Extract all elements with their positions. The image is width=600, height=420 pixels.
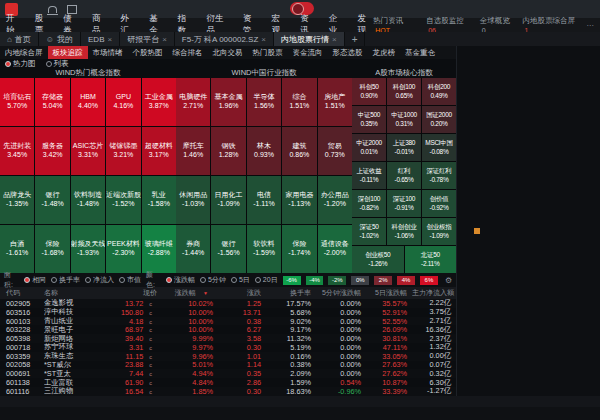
subnav-item-0[interactable]: 内地综合屏 — [0, 46, 48, 59]
heatmap-tile[interactable]: 上证380-0.01% — [387, 134, 421, 161]
heatmap-tile[interactable]: 北证50-2.11% — [405, 246, 457, 273]
heatmap-tile[interactable]: 创业板指-1.09% — [422, 218, 456, 245]
tab-4[interactable]: F5-万 科A 000002.SZ× — [175, 32, 274, 46]
heatmap-tile[interactable]: 锗镓锑墨3.21% — [106, 127, 140, 175]
col-header-8[interactable]: 主力净流入额 — [412, 288, 456, 298]
heatmap-tile[interactable]: 创价值-0.92% — [422, 190, 456, 217]
heatmap-tile[interactable]: 电脑硬件2.71% — [176, 78, 210, 126]
heatmap-tile[interactable]: 创业板50-1.26% — [352, 246, 404, 273]
radio-option-1-1[interactable]: 5分钟 — [200, 275, 226, 285]
heatmap-tile[interactable]: HBM4.40% — [71, 78, 105, 126]
heatmap-tile[interactable]: 深创100-0.82% — [352, 190, 386, 217]
subnav-item-6[interactable]: 热门股票 — [248, 46, 288, 59]
heatmap-tile[interactable]: MSCI中国-0.08% — [422, 134, 456, 161]
heatmap-tile[interactable]: 休闲用品-1.03% — [176, 176, 210, 224]
heatmap-tile[interactable]: 银行-1.56% — [211, 225, 245, 273]
heatmap-tile[interactable]: GPU4.16% — [106, 78, 140, 126]
subnav-item-5[interactable]: 北向交易 — [208, 46, 248, 59]
heatmap-tile[interactable]: 科创500.90% — [352, 78, 386, 105]
heatmap-tile[interactable]: 半导体1.56% — [247, 78, 281, 126]
subnav-item-2[interactable]: 市场情绪 — [88, 46, 128, 59]
subnav-item-1[interactable]: 板块追踪 — [48, 46, 88, 59]
heatmap-tile[interactable]: 深证红利-0.78% — [422, 162, 456, 189]
col-header-5[interactable]: 换手率 — [266, 288, 316, 298]
chevron-down-icon[interactable] — [588, 32, 600, 46]
col-header-2[interactable]: 现价 — [110, 288, 162, 298]
close-icon[interactable]: × — [107, 35, 112, 44]
heatmap-tile[interactable]: 科创1000.65% — [387, 78, 421, 105]
tab-3[interactable]: 研报平台× — [120, 32, 175, 46]
heatmap-tile[interactable]: 服务器3.42% — [35, 127, 69, 175]
heatmap-tile[interactable]: 科创2000.49% — [422, 78, 456, 105]
heatmap-tile[interactable]: 工业金属3.87% — [142, 78, 176, 126]
heatmap-tile[interactable]: 中证10000.31% — [387, 106, 421, 133]
tab-1[interactable]: ☺我的 — [39, 32, 81, 46]
heatmap-tile[interactable]: PEEK材料-2.30% — [106, 225, 140, 273]
subnav-item-8[interactable]: 形态选股 — [328, 46, 368, 59]
heatmap-tile[interactable]: 券商-1.44% — [176, 225, 210, 273]
radio-option-1-2[interactable]: 5日 — [231, 275, 250, 285]
heatmap-tile[interactable]: 上证收益-0.11% — [352, 162, 386, 189]
heatmap-tile[interactable]: 中证20000.01% — [352, 134, 386, 161]
close-icon[interactable]: × — [332, 35, 337, 44]
heatmap-tile[interactable]: 建筑0.86% — [282, 127, 316, 175]
radio-option-0-1[interactable]: 换手率 — [51, 275, 80, 285]
heatmap-tile[interactable]: 摩托车1.46% — [176, 127, 210, 175]
tab-5[interactable]: 内地股票行情× — [274, 32, 345, 46]
radio-option-0-3[interactable]: 市值 — [119, 275, 141, 285]
heatmap-tile[interactable]: 房地产1.51% — [318, 78, 352, 126]
heatmap-tile[interactable]: 乳业-1.58% — [142, 176, 176, 224]
heatmap-tile[interactable]: 玻璃纤维-2.88% — [142, 225, 176, 273]
col-header-0[interactable]: 代码 — [0, 288, 44, 298]
col-header-1[interactable]: 名称 — [44, 288, 110, 298]
heatmap-tile[interactable]: 保险-1.74% — [282, 225, 316, 273]
subnav-item-10[interactable]: 基金重仓 — [400, 46, 440, 59]
heatmap-tile[interactable]: 基本金属1.96% — [211, 78, 245, 126]
heatmap-tile[interactable]: 深证100-0.91% — [387, 190, 421, 217]
bell-icon[interactable] — [48, 6, 57, 13]
heatmap-tile[interactable]: 近端次新股-1.52% — [106, 176, 140, 224]
heatmap-tile[interactable]: 品牌龙头-1.35% — [0, 176, 34, 224]
lock-icon[interactable] — [474, 228, 480, 234]
heatmap-tile[interactable]: 日用化工-1.09% — [211, 176, 245, 224]
table-row[interactable]: 601116三江购物16.54c1.85%0.3018.63%-0.96%33.… — [0, 387, 456, 396]
subnav-item-3[interactable]: 个股热图 — [128, 46, 168, 59]
gear-icon[interactable]: ⚙ — [445, 276, 452, 285]
subnav-item-7[interactable]: 资金流向 — [288, 46, 328, 59]
heatmap-tile[interactable]: 中证5000.35% — [352, 106, 386, 133]
col-header-6[interactable]: 5分钟涨跌幅 — [316, 288, 366, 298]
subnav-item-4[interactable]: 综合排名 — [168, 46, 208, 59]
quick-link-4[interactable]: ··· — [587, 21, 595, 30]
close-icon[interactable]: × — [261, 35, 266, 44]
heatmap-tile[interactable]: 射频及天线-1.93% — [71, 225, 105, 273]
view-toggle-option-0[interactable]: 热力图 — [5, 59, 36, 69]
heatmap-tile[interactable]: 综合1.51% — [282, 78, 316, 126]
radio-option-0-2[interactable]: 净流入 — [85, 275, 114, 285]
heatmap-tile[interactable]: 国证20000.20% — [422, 106, 456, 133]
heatmap-tile[interactable]: 软饮料-1.59% — [247, 225, 281, 273]
heatmap-tile[interactable]: 科创创业-1.06% — [387, 218, 421, 245]
view-toggle-option-1[interactable]: 列表 — [46, 59, 69, 69]
radio-option-0-0[interactable]: 相同 — [24, 275, 46, 285]
heatmap-tile[interactable]: 饮料制造-1.48% — [71, 176, 105, 224]
heatmap-tile[interactable]: 深证50-1.02% — [352, 218, 386, 245]
heatmap-tile[interactable]: 先进封装3.45% — [0, 127, 34, 175]
col-header-4[interactable]: 涨跌 — [218, 288, 266, 298]
heatmap-tile[interactable]: 超硬材料3.17% — [142, 127, 176, 175]
subnav-item-9[interactable]: 龙虎榜 — [368, 46, 401, 59]
tab-0[interactable]: ⌂首页 — [0, 32, 39, 46]
heatmap-tile[interactable]: 钢铁1.28% — [211, 127, 245, 175]
col-header-7[interactable]: 5日涨跌幅 — [366, 288, 412, 298]
heatmap-tile[interactable]: 存储器5.04% — [35, 78, 69, 126]
heatmap-tile[interactable]: 林木0.93% — [247, 127, 281, 175]
tab-new[interactable]: + — [345, 32, 366, 46]
close-icon[interactable]: × — [162, 35, 167, 44]
heatmap-tile[interactable]: 通信设备-2.00% — [318, 225, 352, 273]
heatmap-tile[interactable]: ASIC芯片3.31% — [71, 127, 105, 175]
col-header-3[interactable]: 涨跌幅 ▼ — [162, 288, 218, 298]
heatmap-tile[interactable]: 红利-0.65% — [387, 162, 421, 189]
heatmap-tile[interactable]: 银行-1.48% — [35, 176, 69, 224]
radio-option-1-0[interactable]: 涨跌幅 — [166, 275, 195, 285]
heatmap-tile[interactable]: 电信-1.11% — [247, 176, 281, 224]
tab-2[interactable]: EDB× — [81, 32, 120, 46]
